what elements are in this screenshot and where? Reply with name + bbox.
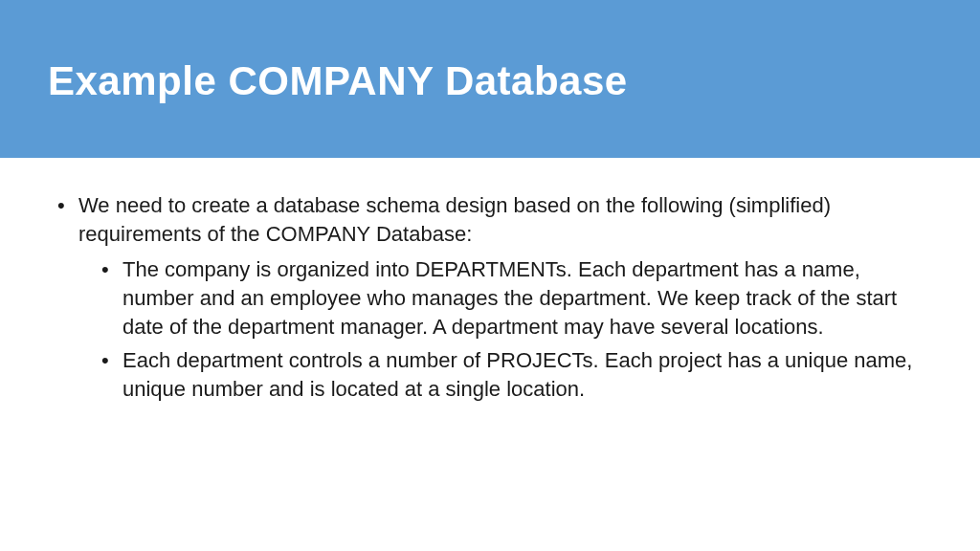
bullet-marker: •: [57, 191, 78, 248]
main-bullet: • We need to create a database schema de…: [57, 191, 932, 248]
bullet-marker: •: [101, 255, 122, 341]
sub-bullet-item: • The company is organized into DEPARTME…: [101, 255, 932, 341]
slide-content: • We need to create a database schema de…: [0, 158, 980, 429]
slide-title: Example COMPANY Database: [48, 58, 628, 104]
slide-header: Example COMPANY Database: [0, 0, 980, 158]
sub-bullet-list: • The company is organized into DEPARTME…: [101, 255, 932, 403]
intro-text: We need to create a database schema desi…: [78, 191, 932, 248]
sub-bullet-item: • Each department controls a number of P…: [101, 346, 932, 403]
sub-bullet-text: The company is organized into DEPARTMENT…: [122, 255, 932, 341]
bullet-marker: •: [101, 346, 122, 403]
sub-bullet-text: Each department controls a number of PRO…: [122, 346, 932, 403]
